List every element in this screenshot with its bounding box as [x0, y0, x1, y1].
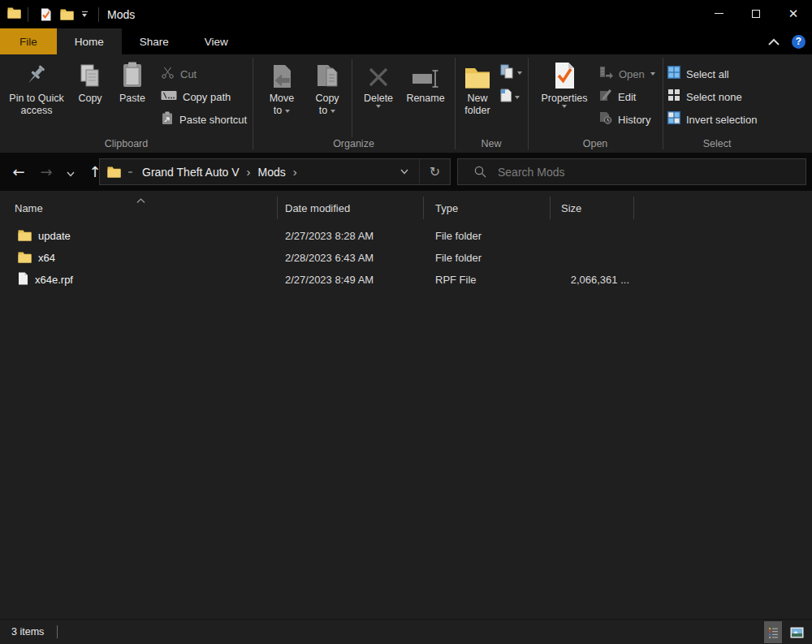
- copy-button[interactable]: Copy: [71, 58, 109, 105]
- easy-access-icon: [500, 64, 514, 82]
- title-bar: Mods ✕: [0, 0, 812, 28]
- group-label-open: Open: [528, 138, 663, 149]
- help-icon[interactable]: ?: [792, 35, 806, 49]
- paste-icon: [121, 58, 144, 89]
- file-list-pane: Name Date modified Type Size update 2/27…: [0, 191, 812, 619]
- ribbon-inner-divider: [352, 59, 352, 137]
- file-rows: update 2/27/2023 8:28 AM File folder x64…: [0, 225, 812, 291]
- recent-locations-chevron-icon[interactable]: [60, 163, 81, 180]
- ribbon-tab-row: File Home Share View: [0, 28, 812, 54]
- history-icon: [599, 111, 612, 128]
- thumbnail-view-button[interactable]: [788, 621, 806, 643]
- group-label-new: New: [455, 138, 528, 149]
- tab-share[interactable]: Share: [122, 28, 187, 54]
- maximize-button[interactable]: [737, 0, 775, 27]
- edit-button[interactable]: Edit: [599, 87, 636, 106]
- scissors-icon: [161, 66, 175, 83]
- column-header-name[interactable]: Name: [0, 197, 278, 219]
- copy-path-icon: [161, 89, 177, 104]
- qat-customize-chevron-icon[interactable]: [77, 4, 92, 25]
- copy-path-button[interactable]: Copy path: [161, 87, 231, 106]
- paste-shortcut-icon: [161, 111, 174, 128]
- chevron-down-icon: [517, 71, 522, 75]
- move-to-button[interactable]: Moveto: [261, 58, 303, 117]
- chevron-down-icon: [330, 110, 335, 113]
- properties-button[interactable]: Properties: [534, 58, 594, 108]
- file-row-x64[interactable]: x64 2/28/2023 6:43 AM File folder: [0, 247, 812, 269]
- window-title: Mods: [107, 8, 135, 21]
- tab-view[interactable]: View: [187, 28, 246, 54]
- address-bar[interactable]: Grand Theft Auto V › Mods › ↻: [99, 158, 451, 185]
- group-label-select: Select: [663, 138, 771, 149]
- copy-to-button[interactable]: Copyto: [306, 58, 348, 117]
- easy-access-button[interactable]: [500, 64, 522, 82]
- new-folder-button[interactable]: Newfolder: [456, 58, 499, 117]
- ribbon-group-select: Select all Select none Invert selection …: [663, 54, 771, 153]
- chevron-down-icon: [376, 105, 381, 108]
- rename-button[interactable]: Rename: [402, 58, 449, 105]
- select-none-icon: [667, 89, 680, 105]
- rename-icon: [411, 58, 440, 89]
- delete-x-icon: [366, 58, 391, 89]
- folder-icon: [18, 229, 32, 244]
- history-button[interactable]: History: [599, 110, 650, 129]
- column-header-date-modified[interactable]: Date modified: [278, 197, 424, 219]
- chevron-down-icon: [650, 72, 655, 76]
- collapse-ribbon-chevron-icon[interactable]: [767, 35, 780, 48]
- properties-icon: [553, 58, 576, 89]
- details-view-button[interactable]: [764, 621, 782, 643]
- ribbon-group-clipboard: Pin to Quickaccess Copy Paste Cut: [0, 54, 253, 153]
- column-header-size[interactable]: Size: [551, 197, 634, 219]
- move-to-icon: [270, 58, 293, 89]
- new-item-icon: [500, 89, 512, 106]
- paste-shortcut-button[interactable]: Paste shortcut: [161, 110, 247, 129]
- copy-icon: [79, 58, 102, 89]
- file-icon: [18, 272, 28, 287]
- search-input[interactable]: [498, 166, 766, 179]
- select-none-button[interactable]: Select none: [667, 87, 742, 106]
- file-row-update[interactable]: update 2/27/2023 8:28 AM File folder: [0, 225, 812, 247]
- minimize-button[interactable]: [700, 0, 737, 27]
- open-icon: [599, 66, 613, 82]
- qat-properties-button[interactable]: [35, 4, 56, 25]
- folder-icon: [18, 251, 32, 266]
- pushpin-icon: [24, 58, 49, 89]
- file-row-x64e-rpf[interactable]: x64e.rpf 2/27/2023 8:49 AM RPF File 2,06…: [0, 269, 812, 291]
- ribbon-group-new: Newfolder New: [455, 54, 528, 153]
- status-bar: 3 items: [0, 619, 812, 644]
- address-dropdown-chevron-icon[interactable]: [390, 159, 419, 184]
- qat-new-folder-button[interactable]: [56, 4, 77, 25]
- delete-button[interactable]: Delete: [356, 58, 400, 108]
- breadcrumb-segment-current[interactable]: Mods: [255, 166, 289, 179]
- items-count: 3 items: [11, 626, 44, 638]
- chevron-right-icon[interactable]: ›: [243, 165, 255, 179]
- cut-button[interactable]: Cut: [161, 64, 197, 84]
- caption-buttons: ✕: [700, 0, 812, 27]
- search-box[interactable]: [457, 158, 806, 185]
- tab-home[interactable]: Home: [57, 28, 122, 54]
- new-folder-icon: [464, 58, 490, 89]
- column-headers: Name Date modified Type Size: [0, 195, 812, 221]
- group-label-clipboard: Clipboard: [0, 138, 253, 149]
- chevron-right-icon[interactable]: ›: [289, 165, 301, 179]
- new-item-button[interactable]: [500, 89, 520, 106]
- back-button[interactable]: ←: [5, 163, 32, 180]
- pin-to-quick-access-button[interactable]: Pin to Quickaccess: [5, 58, 68, 117]
- breadcrumb-folder-icon[interactable]: [107, 166, 121, 178]
- breadcrumb-segment-root[interactable]: Grand Theft Auto V: [139, 166, 243, 179]
- invert-selection-button[interactable]: Invert selection: [667, 110, 757, 129]
- refresh-button[interactable]: ↻: [419, 159, 450, 184]
- search-icon: [458, 166, 498, 178]
- column-header-type[interactable]: Type: [424, 197, 551, 219]
- paste-button[interactable]: Paste: [112, 58, 153, 105]
- close-button[interactable]: ✕: [775, 0, 812, 27]
- forward-button[interactable]: →: [32, 163, 60, 180]
- ribbon-home: Pin to Quickaccess Copy Paste Cut: [0, 54, 812, 153]
- breadcrumb-separator: [128, 171, 132, 173]
- open-button[interactable]: Open: [599, 64, 655, 84]
- group-label-organize: Organize: [253, 138, 455, 149]
- select-all-button[interactable]: Select all: [667, 64, 729, 84]
- select-all-icon: [667, 66, 680, 82]
- tab-file[interactable]: File: [0, 28, 57, 54]
- column-header-filler: [634, 197, 812, 219]
